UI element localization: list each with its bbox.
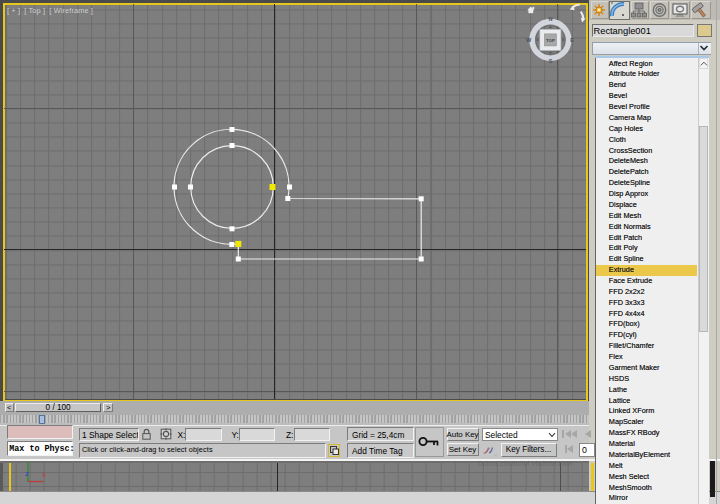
- svg-text:E: E: [570, 37, 574, 43]
- svg-text:z: z: [25, 469, 29, 478]
- svg-text:W: W: [526, 37, 532, 43]
- svg-text:x: x: [42, 470, 46, 479]
- svg-text:N: N: [548, 16, 552, 22]
- svg-text:TOP: TOP: [546, 38, 555, 43]
- svg-text:S: S: [549, 58, 553, 64]
